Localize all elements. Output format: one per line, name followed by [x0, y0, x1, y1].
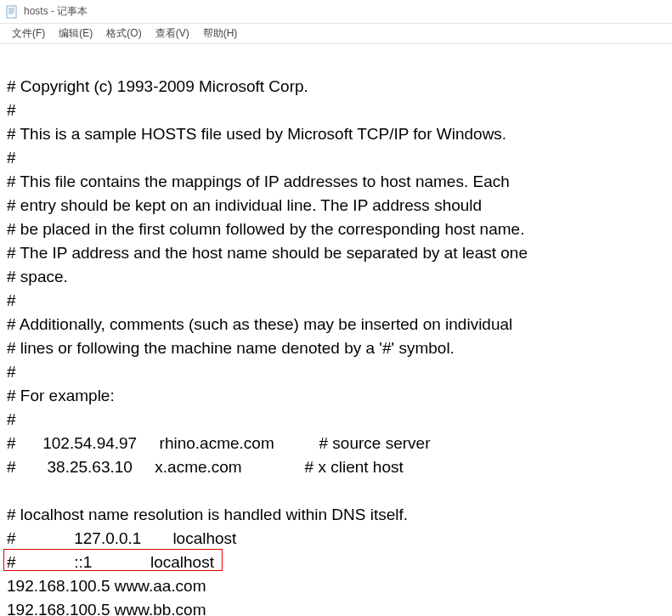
- editor-line: # entry should be kept on an individual …: [7, 194, 665, 218]
- editor-line: #: [7, 360, 665, 384]
- text-editor[interactable]: # Copyright (c) 1993-2009 Microsoft Corp…: [0, 44, 672, 616]
- notepad-icon: [5, 5, 19, 19]
- editor-line: # be placed in the first column followed…: [7, 218, 665, 241]
- editor-line: # 38.25.63.10 x.acme.com # x client host: [7, 455, 665, 479]
- editor-line: # Copyright (c) 1993-2009 Microsoft Corp…: [7, 75, 665, 99]
- menu-file[interactable]: 文件(F): [5, 25, 52, 42]
- editor-line: # Additionally, comments (such as these)…: [7, 313, 665, 336]
- editor-line: #: [7, 99, 665, 122]
- menubar: 文件(F) 编辑(E) 格式(O) 查看(V) 帮助(H): [0, 24, 672, 44]
- editor-line: # localhost name resolution is handled w…: [7, 503, 665, 527]
- editor-line: [7, 479, 665, 503]
- editor-line: # space.: [7, 265, 665, 289]
- editor-line: #: [7, 146, 665, 170]
- window-title: hosts - 记事本: [24, 4, 88, 19]
- editor-line: # ::1 localhost: [7, 551, 665, 574]
- menu-edit[interactable]: 编辑(E): [52, 25, 99, 42]
- menu-format[interactable]: 格式(O): [99, 25, 148, 42]
- editor-line: # This is a sample HOSTS file used by Mi…: [7, 122, 665, 146]
- editor-line: # lines or following the machine name de…: [7, 336, 665, 360]
- editor-line: # 127.0.0.1 localhost: [7, 527, 665, 551]
- titlebar: hosts - 记事本: [0, 0, 672, 24]
- editor-line: #: [7, 289, 665, 313]
- menu-view[interactable]: 查看(V): [149, 25, 196, 42]
- menu-help[interactable]: 帮助(H): [196, 25, 245, 42]
- editor-line: 192.168.100.5 www.aa.com: [7, 574, 665, 598]
- editor-line: # This file contains the mappings of IP …: [7, 170, 665, 194]
- editor-line: #: [7, 408, 665, 432]
- editor-line: 192.168.100.5 www.bb.com: [7, 598, 665, 616]
- editor-line: # The IP address and the host name shoul…: [7, 241, 665, 265]
- editor-line: # For example:: [7, 384, 665, 408]
- editor-line: # 102.54.94.97 rhino.acme.com # source s…: [7, 432, 665, 455]
